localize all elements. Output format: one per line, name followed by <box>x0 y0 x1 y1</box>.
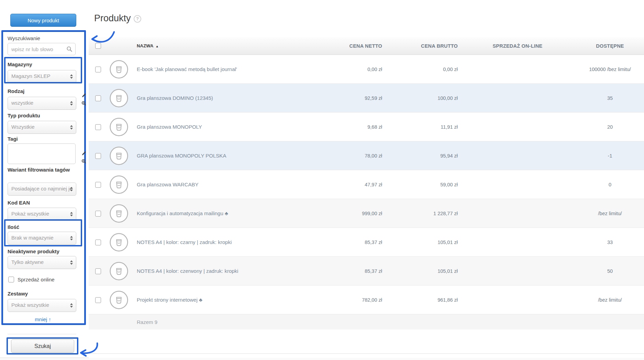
sidebar-divider <box>8 334 76 334</box>
table-row: E-book 'Jak planować metodą bullet journ… <box>89 55 644 84</box>
main-bottom-border <box>89 353 644 354</box>
table-row: Konfiguracja i automatyzacja mailingu ♣ … <box>89 199 644 228</box>
kind-select[interactable]: wszystkie <box>8 97 76 110</box>
price-brutto: 961,86 zł <box>384 297 459 303</box>
arrow-up-icon: ↑ <box>48 316 51 322</box>
product-placeholder-icon <box>109 175 129 194</box>
price-netto: 782,00 zł <box>310 297 384 303</box>
tags-input[interactable] <box>8 143 76 164</box>
page-title: Produkty <box>94 13 131 24</box>
column-header-name[interactable]: NAZWA▲ <box>137 43 310 48</box>
column-header-online[interactable]: SPRZEDAŻ ON-LINE <box>459 43 576 49</box>
price-brutto: 105,01 zł <box>384 240 459 245</box>
search-input[interactable] <box>8 43 76 55</box>
bundles-select[interactable]: Pokaż wszystkie <box>8 299 76 312</box>
zoom-in-icon[interactable] <box>81 101 86 106</box>
price-brutto: 105,01 zł <box>384 268 459 274</box>
select-all-checkbox[interactable] <box>95 43 101 49</box>
price-netto: 9,68 zł <box>310 124 384 130</box>
kind-select-value: wszystkie <box>8 97 76 109</box>
quantity-select-value: Brak w magazynie <box>8 232 76 244</box>
product-name-link[interactable]: NOTES A4 | kolor: czarny | zadruk: kropk… <box>137 239 310 245</box>
product-name-link[interactable]: Projekt strony internetowej ♣ <box>137 297 310 303</box>
product-name-link[interactable]: Gra planszowa DOMINO (12345) <box>137 95 310 101</box>
table-row: NOTES A4 | kolor: czarny | zadruk: kropk… <box>89 228 644 257</box>
price-brutto: 1 228,77 zł <box>384 211 459 216</box>
product-name-link[interactable]: E-book 'Jak planować metodą bullet journ… <box>137 66 310 72</box>
inactive-products-select[interactable]: Tylko aktywne <box>8 256 76 269</box>
edit-pencil-icon[interactable] <box>81 93 86 98</box>
stock-available: /bez limitu/ <box>576 211 644 216</box>
ean-select[interactable]: Pokaż wszystkie <box>8 208 76 221</box>
select-stepper-icon <box>70 260 73 265</box>
product-placeholder-icon <box>109 146 129 165</box>
row-checkbox[interactable] <box>95 240 101 245</box>
product-name-link[interactable]: Gra planszowa WARCABY <box>137 182 310 187</box>
table-row: Gra planszowa MONOPOLY 9,68 zł 11,91 zł … <box>89 113 644 141</box>
edit-pencil-icon[interactable] <box>81 151 86 156</box>
product-placeholder-icon <box>109 89 129 108</box>
select-stepper-icon <box>70 125 73 130</box>
quantity-label: Ilość <box>8 223 80 231</box>
product-name-link[interactable]: GRA planszowa MONOPOLY POLSKA <box>137 153 310 159</box>
stock-available: 33 <box>576 240 644 245</box>
column-header-netto[interactable]: CENA NETTO <box>310 43 384 49</box>
product-placeholder-icon <box>109 233 129 252</box>
column-header-dostepne[interactable]: DOSTĘPNE <box>576 43 644 49</box>
row-checkbox[interactable] <box>95 153 101 159</box>
kind-label: Rodzaj <box>8 88 80 95</box>
table-header-row: NAZWA▲ CENA NETTO CENA BRUTTO SPRZEDAŻ O… <box>89 37 644 55</box>
search-icon[interactable] <box>66 46 73 54</box>
tag-filter-variant-select[interactable]: Posiadające co najmniej je <box>8 183 76 196</box>
online-sale-checkbox[interactable] <box>8 277 14 282</box>
price-netto: 92,59 zł <box>310 95 384 101</box>
collapse-filters-link[interactable]: mniej↑ <box>0 316 86 322</box>
row-checkbox[interactable] <box>95 211 101 217</box>
online-sale-checkbox-row: Sprzedaż online <box>8 277 55 282</box>
stock-available: 20 <box>576 124 644 130</box>
price-netto: 85,37 zł <box>310 240 384 245</box>
bundles-select-value: Pokaż wszystkie <box>8 299 76 311</box>
ean-label: Kod EAN <box>8 199 80 207</box>
search-submit-button[interactable]: Szukaj <box>11 339 74 353</box>
price-brutto: 0,00 zł <box>384 67 459 72</box>
warehouses-label: Magazyny <box>8 61 80 68</box>
product-placeholder-icon <box>109 290 129 310</box>
quantity-select[interactable]: Brak w magazynie <box>8 232 76 245</box>
products-main-area: Produkty ? NAZWA▲ CENA NETTO CENA BRUTTO… <box>89 0 644 360</box>
column-header-brutto[interactable]: CENA BRUTTO <box>384 43 459 49</box>
product-type-select[interactable]: Wszystkie <box>8 121 76 134</box>
product-placeholder-icon <box>109 262 129 281</box>
zoom-in-icon[interactable] <box>81 159 86 164</box>
row-hover-tools <box>81 151 87 164</box>
stock-available: 100000 /bez limitu/ <box>576 67 644 72</box>
row-checkbox[interactable] <box>95 95 101 101</box>
price-brutto: 95,94 zł <box>384 153 459 159</box>
product-name-link[interactable]: Gra planszowa MONOPOLY <box>137 124 310 130</box>
row-checkbox[interactable] <box>95 67 101 72</box>
new-product-button[interactable]: Nowy produkt <box>10 14 76 27</box>
warehouse-select[interactable]: Magazyn SKLEP <box>8 70 76 83</box>
table-footer-row: Razem 9 <box>89 314 644 329</box>
product-placeholder-icon <box>109 60 129 79</box>
tags-label: Tagi <box>8 135 80 143</box>
row-checkbox[interactable] <box>95 297 101 303</box>
help-icon[interactable]: ? <box>134 15 141 23</box>
search-label: Wyszukiwanie <box>8 35 80 42</box>
row-checkbox[interactable] <box>95 182 101 188</box>
price-brutto: 100,00 zł <box>384 95 459 101</box>
product-type-select-value: Wszystkie <box>8 121 76 133</box>
ean-select-value: Pokaż wszystkie <box>8 208 76 220</box>
table-row: Projekt strony internetowej ♣ 782,00 zł … <box>89 286 644 314</box>
table-row: NOTES A4 | kolor: czerwony | zadruk: kro… <box>89 257 644 286</box>
row-checkbox[interactable] <box>95 268 101 274</box>
row-checkbox[interactable] <box>95 124 101 130</box>
stock-available: 35 <box>576 95 644 101</box>
product-name-link[interactable]: Konfiguracja i automatyzacja mailingu ♣ <box>137 210 310 216</box>
product-name-link[interactable]: NOTES A4 | kolor: czerwony | zadruk: kro… <box>137 268 310 274</box>
inactive-products-select-value: Tylko aktywne <box>8 256 76 268</box>
page-bottom-strip <box>0 358 644 360</box>
bundles-label: Zestawy <box>8 290 80 298</box>
stock-available: -1 <box>576 153 644 159</box>
sort-asc-icon: ▲ <box>156 45 159 48</box>
